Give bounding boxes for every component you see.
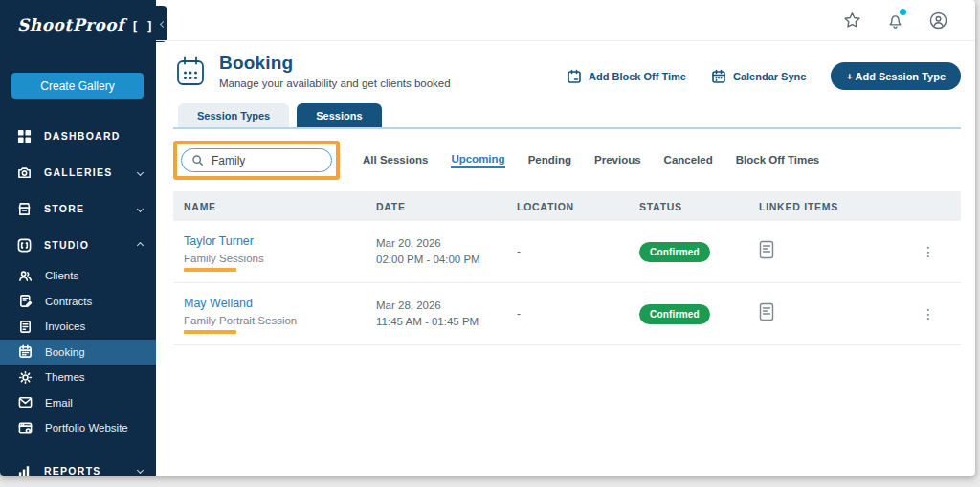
create-gallery-button[interactable]: Create Gallery xyxy=(11,73,144,99)
session-name-link[interactable]: May Welland xyxy=(184,297,253,310)
search-icon xyxy=(191,154,204,166)
column-status: STATUS xyxy=(639,201,759,212)
session-location: - xyxy=(517,307,639,321)
row-actions-kebab-icon[interactable]: ⋮ xyxy=(922,245,964,258)
linked-contract-icon[interactable] xyxy=(759,240,922,263)
filter-upcoming[interactable]: Upcoming xyxy=(451,153,504,168)
account-icon[interactable] xyxy=(928,11,948,31)
underline-annotation xyxy=(184,268,236,272)
sidebar-item-studio[interactable]: STUDIO xyxy=(0,227,156,263)
search-highlight-annotation xyxy=(173,141,340,180)
sidebar: ShootProof [ ] Create Gallery DASHBOARD … xyxy=(0,0,156,476)
filter-pending[interactable]: Pending xyxy=(528,154,571,167)
linked-contract-icon[interactable] xyxy=(759,302,922,325)
sidebar-item-clients[interactable]: Clients xyxy=(0,263,156,289)
notification-dot xyxy=(900,9,906,15)
contract-icon xyxy=(17,293,33,309)
sidebar-item-label: Portfolio Website xyxy=(45,422,128,433)
sidebar-item-label: GALLERIES xyxy=(44,166,112,178)
sidebar-item-label: Themes xyxy=(45,371,85,383)
sidebar-item-email[interactable]: Email xyxy=(0,390,156,416)
sidebar-item-contracts[interactable]: Contracts xyxy=(0,289,156,315)
store-icon xyxy=(16,201,33,217)
clients-icon xyxy=(17,268,33,284)
sidebar-item-label: REPORTS xyxy=(44,465,101,476)
favorites-star-icon[interactable] xyxy=(842,11,862,31)
session-location: - xyxy=(517,245,639,258)
calendar-sync-button[interactable]: Calendar Sync xyxy=(711,69,806,84)
search-input[interactable] xyxy=(212,154,317,167)
browser-icon xyxy=(17,420,33,436)
sidebar-item-invoices[interactable]: Invoices xyxy=(0,314,156,340)
filter-previous[interactable]: Previous xyxy=(594,154,641,167)
add-session-type-button[interactable]: + Add Session Type xyxy=(831,62,961,90)
column-linked-items: LINKED ITEMS xyxy=(759,201,922,212)
topbar xyxy=(156,0,975,41)
studio-icon xyxy=(16,237,33,254)
calendar-icon xyxy=(17,343,33,360)
sidebar-item-label: DASHBOARD xyxy=(44,130,121,142)
column-name: NAME xyxy=(184,201,376,212)
session-date: Mar 20, 2026 xyxy=(376,235,517,252)
chevron-down-icon xyxy=(137,168,144,175)
sidebar-item-themes[interactable]: Themes xyxy=(0,365,156,390)
tab-session-types[interactable]: Session Types xyxy=(178,103,289,127)
sidebar-item-label: Invoices xyxy=(45,321,85,332)
session-type-label: Family Sessions xyxy=(184,253,376,264)
column-date: DATE xyxy=(376,201,517,212)
table-row: Taylor Turner Family Sessions Mar 20, 20… xyxy=(173,221,961,283)
sidebar-item-label: Contracts xyxy=(45,296,92,307)
sidebar-item-galleries[interactable]: GALLERIES xyxy=(0,154,156,190)
page-title: Booking xyxy=(219,53,451,74)
status-badge: Confirmed xyxy=(639,304,710,324)
bar-chart-icon xyxy=(16,462,33,478)
sidebar-item-label: STUDIO xyxy=(44,239,89,251)
calendar-icon xyxy=(711,69,726,84)
sidebar-item-label: STORE xyxy=(44,203,84,214)
invoice-icon xyxy=(17,319,33,335)
session-search-box[interactable] xyxy=(181,148,332,172)
camera-icon xyxy=(16,165,33,181)
session-filters: All Sessions Upcoming Pending Previous C… xyxy=(363,153,819,168)
sidebar-item-dashboard[interactable]: DASHBOARD xyxy=(0,118,156,154)
chevron-up-icon xyxy=(137,241,144,248)
chevron-down-icon xyxy=(137,205,144,211)
calendar-minus-icon xyxy=(567,69,582,84)
session-date: Mar 28, 2026 xyxy=(376,298,517,314)
underline-annotation xyxy=(184,330,236,334)
sessions-table: NAME DATE LOCATION STATUS LINKED ITEMS T… xyxy=(173,191,961,345)
sidebar-item-label: Email xyxy=(45,397,73,409)
app-window: ShootProof [ ] Create Gallery DASHBOARD … xyxy=(0,0,975,476)
booking-calendar-icon xyxy=(173,55,208,89)
session-time: 02:00 PM - 04:00 PM xyxy=(376,252,517,268)
sidebar-item-portfolio-website[interactable]: Portfolio Website xyxy=(0,415,156,441)
filter-block-off-times[interactable]: Block Off Times xyxy=(736,154,819,167)
add-block-off-time-button[interactable]: Add Block Off Time xyxy=(567,69,686,84)
content-area: Booking Manage your availability and get… xyxy=(156,0,975,476)
table-header: NAME DATE LOCATION STATUS LINKED ITEMS xyxy=(173,191,961,221)
page-subtitle: Manage your availability and get clients… xyxy=(219,77,451,89)
logo-text: ShootProof xyxy=(17,15,124,34)
sidebar-item-reports[interactable]: REPORTS xyxy=(0,453,156,487)
session-name-link[interactable]: Taylor Turner xyxy=(184,234,254,248)
session-type-label: Family Portrait Session xyxy=(184,315,376,326)
grid-icon xyxy=(16,128,33,144)
column-location: LOCATION xyxy=(517,201,639,212)
logo-frame-icon: [ ] xyxy=(131,19,153,33)
sidebar-item-booking[interactable]: Booking xyxy=(0,340,156,365)
sidebar-item-label: Booking xyxy=(45,346,85,358)
booking-page: Booking Manage your availability and get… xyxy=(156,41,975,345)
sidebar-item-store[interactable]: STORE xyxy=(0,190,156,227)
tab-sessions[interactable]: Sessions xyxy=(297,103,381,127)
notifications-bell-icon[interactable] xyxy=(885,11,905,31)
brightness-icon xyxy=(17,369,33,386)
filter-canceled[interactable]: Canceled xyxy=(664,154,713,167)
sidebar-item-label: Clients xyxy=(45,270,78,281)
shootproof-logo: ShootProof [ ] xyxy=(0,0,156,34)
row-actions-kebab-icon[interactable]: ⋮ xyxy=(922,307,964,321)
status-badge: Confirmed xyxy=(639,242,710,262)
envelope-icon xyxy=(17,394,33,410)
chevron-down-icon xyxy=(137,467,144,474)
filter-all-sessions[interactable]: All Sessions xyxy=(363,154,428,167)
session-time: 11:45 AM - 01:45 PM xyxy=(376,314,517,330)
